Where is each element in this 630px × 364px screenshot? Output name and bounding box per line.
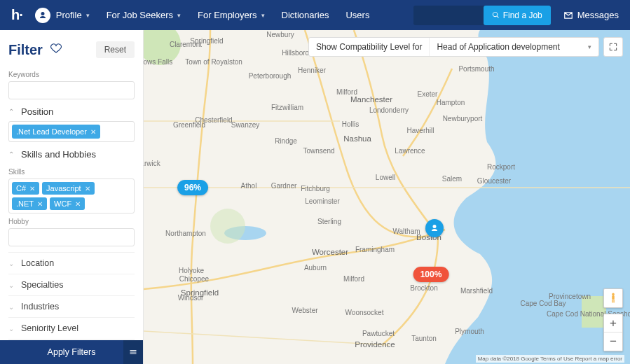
- chevron-down-icon: ⌄: [8, 303, 17, 311]
- chevron-down-icon: ▾: [261, 12, 265, 19]
- compat-select[interactable]: Head of Application development ▾: [430, 42, 598, 52]
- chevron-down-icon: ⌄: [8, 281, 17, 289]
- remove-tag-icon[interactable]: ✕: [29, 185, 35, 192]
- nav-users[interactable]: Users: [345, 10, 369, 20]
- chevron-up-icon: ⌃: [8, 150, 17, 158]
- filter-sidebar: Filter Reset Keywords ⌃ Position .Net Le…: [0, 30, 144, 364]
- nav-employers[interactable]: For Employers▾: [198, 10, 265, 20]
- map[interactable]: SpringfieldNewburyClaremontTown of Royal…: [144, 30, 630, 364]
- tag: C#✕: [12, 182, 39, 195]
- remove-tag-icon[interactable]: ✕: [37, 200, 43, 208]
- tag: .NET✕: [12, 197, 47, 210]
- compat-marker[interactable]: 100%: [413, 267, 449, 282]
- zoom-controls: + −: [603, 314, 623, 351]
- user-marker[interactable]: [425, 219, 444, 237]
- compatibility-bar: Show Compatibility Level for Head of App…: [308, 37, 599, 57]
- section-industries[interactable]: ⌄Industries: [8, 295, 135, 317]
- section-seniority[interactable]: ⌄Seniority Level: [8, 317, 135, 339]
- zoom-in-button[interactable]: +: [604, 314, 622, 332]
- map-background: [144, 30, 630, 364]
- apply-filters-button[interactable]: Apply Filters: [0, 340, 143, 364]
- messages-link[interactable]: Messages: [563, 10, 619, 20]
- section-specialties[interactable]: ⌄Specialties: [8, 274, 135, 295]
- svg-rect-1: [582, 296, 606, 328]
- list-icon: [129, 348, 137, 356]
- topbar: h· Profile ▾ For Job Seekers▾ For Employ…: [0, 0, 630, 30]
- zoom-out-button[interactable]: −: [604, 332, 622, 351]
- search-wrap: Find a Job: [413, 6, 551, 25]
- chevron-up-icon: ⌃: [8, 108, 17, 115]
- avatar-icon: [35, 8, 50, 23]
- logo[interactable]: h·: [11, 7, 22, 23]
- section-location[interactable]: ⌄Location: [8, 252, 135, 274]
- chevron-down-icon: ▾: [177, 12, 181, 19]
- filter-title: Filter: [8, 42, 43, 58]
- skills-tagbox[interactable]: C#✕ Javascript✕ .NET✕ WCF✕: [8, 178, 135, 214]
- find-job-button[interactable]: Find a Job: [484, 6, 551, 25]
- nav-job-seekers[interactable]: For Job Seekers▾: [107, 10, 181, 20]
- section-skills[interactable]: ⌃ Skills and Hobbies: [8, 142, 135, 164]
- skills-label: Skills: [8, 168, 135, 176]
- svg-rect-7: [612, 300, 612, 303]
- search-icon: [492, 11, 500, 19]
- profile-menu[interactable]: Profile ▾: [35, 8, 90, 23]
- svg-rect-6: [612, 295, 615, 300]
- chevron-down-icon: ▾: [86, 12, 90, 19]
- map-credit: Map data ©2018 Google Terms of Use Repor…: [476, 355, 624, 363]
- svg-point-5: [612, 293, 615, 295]
- fullscreen-button[interactable]: [603, 37, 623, 57]
- remove-tag-icon[interactable]: ✕: [75, 200, 81, 208]
- pegman-icon: [608, 292, 618, 304]
- chevron-down-icon: ▾: [588, 43, 591, 50]
- heart-icon[interactable]: [50, 42, 62, 57]
- keywords-input[interactable]: [8, 81, 135, 99]
- keywords-label: Keywords: [8, 71, 135, 78]
- remove-tag-icon[interactable]: ✕: [85, 185, 90, 192]
- svg-rect-8: [613, 300, 614, 303]
- compat-label: Show Compatibility Level for: [309, 38, 430, 56]
- mail-icon: [563, 10, 573, 20]
- pegman[interactable]: [603, 288, 623, 308]
- fullscreen-icon: [608, 42, 618, 52]
- remove-tag-icon[interactable]: ✕: [90, 128, 96, 136]
- search-input[interactable]: [413, 10, 484, 20]
- nav-dictionaries[interactable]: Dictionaries: [282, 10, 329, 20]
- tag: WCF✕: [50, 197, 85, 210]
- list-toggle-button[interactable]: [123, 340, 143, 364]
- tag: .Net Lead Developer✕: [12, 125, 100, 139]
- chevron-down-icon: ⌄: [8, 260, 17, 267]
- reset-button[interactable]: Reset: [96, 41, 135, 58]
- hobby-label: Hobby: [8, 218, 135, 225]
- position-tagbox[interactable]: .Net Lead Developer✕: [8, 121, 135, 142]
- profile-label: Profile: [56, 10, 82, 20]
- chevron-down-icon: ⌄: [8, 325, 17, 332]
- compat-marker[interactable]: 96%: [177, 180, 208, 195]
- section-position[interactable]: ⌃ Position: [8, 99, 135, 121]
- tag: Javascript✕: [42, 182, 95, 195]
- hobby-input[interactable]: [8, 228, 135, 246]
- svg-point-4: [210, 209, 245, 244]
